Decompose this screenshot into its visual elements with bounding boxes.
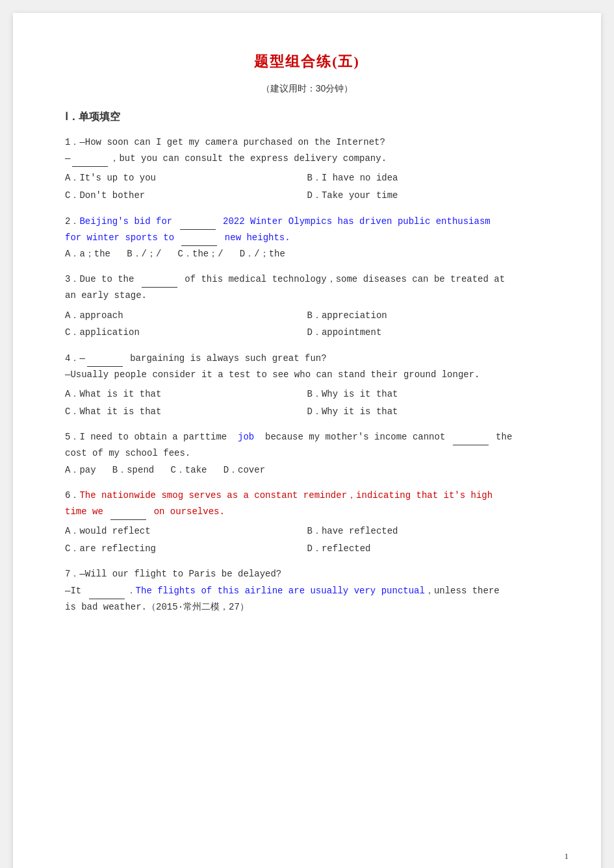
q2-blank2: [181, 236, 217, 246]
page: 题型组合练(五) （建议用时：30分钟） Ⅰ．单项填空 1．—How soon …: [13, 13, 601, 868]
q6-option-a: A．would reflect: [65, 523, 307, 540]
question-2: 2．Beijing's bid for 2022 Winter Olympics…: [65, 214, 549, 263]
q3-blank: [142, 277, 177, 288]
question-4-line2: —Usually people consider it a test to se…: [65, 367, 549, 383]
q7-highlight-1: The flights of this airline are usually …: [136, 586, 425, 596]
q1-options: A．It's up to you B．I have no idea C．Don'…: [65, 169, 549, 204]
q3-options: A．approach B．appreciation C．application …: [65, 307, 549, 341]
question-3-line2: an early stage.: [65, 288, 549, 304]
q1-option-b: B．I have no idea: [307, 169, 550, 187]
q6-highlight-1: The nationwide smog serves as a constant…: [79, 490, 492, 501]
question-1-text: 1．—How soon can I get my camera purchase…: [65, 134, 549, 151]
q7-blank: [89, 589, 125, 599]
question-7-line3: is bad weather.（2015·常州二模，27）: [65, 599, 549, 615]
q4-blank: [87, 356, 123, 367]
q5-job: job: [238, 432, 254, 442]
q3-option-b: B．appreciation: [307, 307, 550, 325]
question-7-line2: —It ．The flights of this airline are usu…: [65, 583, 549, 599]
q3-option-c: C．application: [65, 324, 307, 341]
q6-options: A．would reflect B．have reflected C．are r…: [65, 523, 549, 557]
question-4: 4．— bargaining is always such great fun?…: [65, 351, 549, 421]
q6-highlight-2: time we: [65, 506, 103, 517]
q4-option-d: D．Why it is that: [307, 403, 550, 421]
q1-option-d: D．Take your time: [307, 187, 550, 205]
q2-highlight-4: new heights.: [225, 232, 290, 243]
question-6: 6．The nationwide smog serves as a consta…: [65, 488, 549, 558]
question-7: 7．—Will our flight to Paris be delayed? …: [65, 566, 549, 615]
q4-option-b: B．Why is it that: [307, 386, 550, 403]
q1-option-c: C．Don't bother: [65, 187, 307, 205]
question-5: 5．I need to obtain a parttime job becaus…: [65, 429, 549, 478]
question-4-line1: 4．— bargaining is always such great fun?: [65, 351, 549, 367]
question-7-line1: 7．—Will our flight to Paris be delayed?: [65, 566, 549, 582]
page-number: 1: [565, 851, 569, 862]
q6-option-d: D．reflected: [307, 540, 550, 558]
q1-blank: [72, 156, 108, 167]
section1-title: Ⅰ．单项填空: [65, 110, 549, 124]
q6-option-c: C．are reflecting: [65, 540, 307, 558]
page-title: 题型组合练(五): [65, 52, 549, 71]
question-2-line1: 2．Beijing's bid for 2022 Winter Olympics…: [65, 214, 549, 230]
q3-option-d: D．appointment: [307, 324, 550, 341]
q4-option-c: C．What it is that: [65, 403, 307, 421]
question-5-line2: cost of my school fees.: [65, 445, 549, 462]
q2-highlight-2: 2022 Winter Olympics has driven public e…: [223, 216, 491, 227]
q5-options: A．pay B．spend C．take D．cover: [65, 462, 549, 478]
q2-highlight-1: Beijing's bid for: [79, 216, 172, 227]
q2-blank1: [180, 219, 216, 230]
q1-num: 1．—How soon can I get my camera purchase…: [65, 137, 385, 147]
question-5-line1: 5．I need to obtain a parttime job becaus…: [65, 429, 549, 445]
question-1-line2: —，but you can consult the express delive…: [65, 151, 549, 167]
q2-highlight-3: for winter sports to: [65, 232, 174, 243]
q2-options: A．a；the B．/；/ C．the；/ D．/；the: [65, 246, 549, 262]
question-1: 1．—How soon can I get my camera purchase…: [65, 134, 549, 205]
q1-option-a: A．It's up to you: [65, 169, 307, 187]
question-3: 3．Due to the of this medical technology，…: [65, 271, 549, 341]
question-3-line1: 3．Due to the of this medical technology，…: [65, 271, 549, 288]
q6-option-b: B．have reflected: [307, 523, 550, 540]
q6-highlight-3: on ourselves.: [154, 506, 225, 517]
q5-blank: [453, 435, 489, 445]
q4-options: A．What is it that B．Why is it that C．Wha…: [65, 386, 549, 420]
q3-option-a: A．approach: [65, 307, 307, 325]
question-2-line2: for winter sports to new heights.: [65, 230, 549, 246]
page-subtitle: （建议用时：30分钟）: [65, 83, 549, 95]
q4-option-a: A．What is it that: [65, 386, 307, 403]
question-6-line2: time we on ourselves.: [65, 504, 549, 520]
question-6-line1: 6．The nationwide smog serves as a consta…: [65, 488, 549, 504]
q6-blank: [110, 510, 146, 520]
